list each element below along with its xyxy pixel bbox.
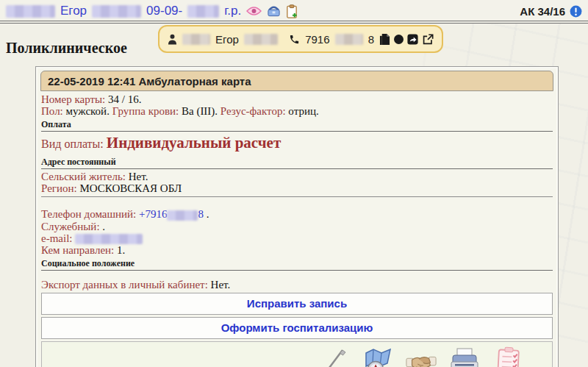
export-line: Экспорт данных в личный кабинет: Нет. [41,279,553,291]
email-label: e-mail: [41,232,75,244]
referrer-line: Кем направлен: 1. [41,244,553,256]
hospitalize-button[interactable]: Оформить госпитализацию [41,317,553,339]
screen: Егор 09-09- г.р. АК 34/16 Поликлиническо… [0,0,588,367]
work-phone-line: Служебный: . [41,221,553,232]
sex-value: мужской. [63,105,112,117]
redacted-patronymic [244,34,278,45]
social-section-header: Социальное положение [41,257,553,271]
redacted-birth-year [187,5,219,18]
patient-bar-actions [379,33,434,46]
redacted-phone-middle [167,210,198,221]
birth-date-link[interactable]: 09-09- [146,4,182,18]
redacted-patronymic [92,5,141,18]
ambulatory-card-panel: 22-05-2019 12:41 Амбулаторная карта Номе… [35,66,559,367]
patient-first-name-link[interactable]: Егор [60,4,87,18]
export-label: Экспорт данных в личный кабинет: [41,279,208,291]
open-external-icon[interactable] [422,34,434,45]
top-patient-strip: Егор 09-09- г.р. АК 34/16 [0,0,588,24]
person-icon [168,34,177,45]
rural-value: Нет. [126,171,148,182]
card-action-icon-bar [41,341,553,367]
info-icon[interactable] [570,5,582,18]
handshake-icon[interactable] [405,346,437,367]
region-label: Регион: [41,182,77,194]
export-value: Нет. [208,279,230,291]
desk-phone-icon[interactable] [267,5,281,17]
spacer [41,199,553,208]
patient-first-name: Егор [215,33,239,46]
rh-factor-value: отриц. [286,105,319,117]
redacted-email [75,234,143,244]
header-zone: Поликлиническое Егор 7916 8 [0,24,588,63]
edit-record-button[interactable]: Исправить запись [41,293,553,315]
clipboard-add-icon[interactable] [286,4,298,18]
copy-document-icon[interactable] [379,33,390,46]
top-patient-info: Егор 09-09- г.р. [6,4,298,18]
referrer-value: 1. [114,244,125,256]
card-header: 22-05-2019 12:41 Амбулаторная карта [40,71,553,91]
home-phone-label: Телефон домашний: [41,208,139,220]
spacer [41,272,553,279]
card-number-label: Номер карты: [41,93,105,105]
map-compass-icon[interactable] [362,346,394,367]
home-phone-line: Телефон домашний: +79168 . [41,208,553,221]
section-divider [41,196,553,197]
card-body: Номер карты: 34 / 16. Пол: мужской. Груп… [36,91,558,367]
patient-quick-bar: Егор 7916 8 [158,25,443,53]
share-icon[interactable] [407,34,418,45]
card-number-line: Номер карты: 34 / 16. [41,93,553,105]
rural-line: Сельский житель: Нет. [41,171,553,182]
region-value: МОСКОВСКАЯ ОБЛ [77,182,182,194]
home-phone-tail: . [204,208,209,220]
referrer-label: Кем направлен: [41,244,114,256]
phone-suffix: 8 [368,33,374,46]
blood-group-value: Ва (III). [179,105,220,117]
redacted-surname [6,5,55,18]
home-phone-link-suffix[interactable]: 8 [198,208,204,220]
record-circle-icon[interactable] [394,35,404,44]
top-right-group: АК 34/16 [520,5,582,18]
printer-icon[interactable] [448,346,481,367]
work-phone-value: . [100,221,106,232]
rural-label: Сельский житель: [41,171,126,182]
payment-section-header: Оплата [41,118,553,132]
birth-suffix-label: г.р. [224,4,241,18]
home-phone-link-prefix[interactable]: +7916 [139,208,167,220]
redacted-surname [182,34,210,45]
card-number-value: 34 / 16. [105,93,141,105]
payment-type-line: Вид оплаты: Индивидуальный расчет [41,134,553,154]
rh-factor-label: Резус-фактор: [220,105,286,117]
region-line: Регион: МОСКОВСКАЯ ОБЛ [41,182,553,194]
checklist-icon[interactable] [492,346,524,367]
blood-group-label: Группа крови: [112,105,179,117]
signature-pen-icon[interactable] [318,346,351,367]
sex-blood-line: Пол: мужской. Группа крови: Ва (III). Ре… [41,105,553,117]
page-title: Поликлиническое [6,40,127,57]
address-section-header: Адрес постоянный [41,155,553,169]
work-phone-label: Служебный: [41,221,100,232]
redacted-phone-middle [335,34,363,45]
sex-label: Пол: [41,105,63,117]
phone-prefix: 7916 [305,33,329,46]
eye-icon[interactable] [246,6,262,16]
phone-handset-icon [289,34,300,45]
email-line: e-mail: [41,232,553,245]
payment-type-value: Индивидуальный расчет [107,134,281,152]
ak-number-label: АК 34/16 [520,5,565,18]
payment-type-label: Вид оплаты: [41,138,107,150]
